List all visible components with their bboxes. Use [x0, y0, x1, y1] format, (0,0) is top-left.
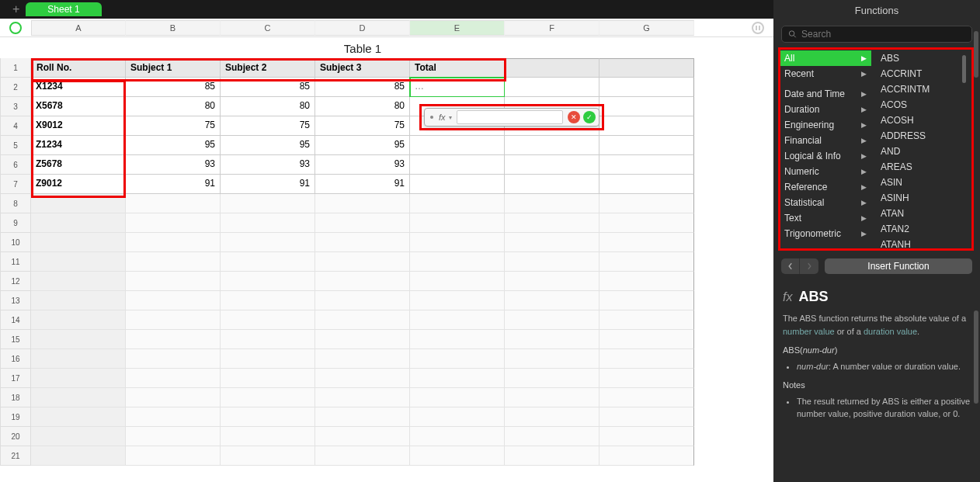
cell-c9[interactable] — [221, 213, 315, 233]
cell-d2[interactable]: 85 — [315, 78, 410, 97]
function-acosh[interactable]: ACOSH — [874, 113, 966, 128]
cell-b18[interactable] — [126, 388, 221, 407]
cell-a14[interactable] — [31, 310, 126, 330]
cell-a10[interactable] — [31, 233, 126, 252]
cell-c3[interactable]: 80 — [221, 97, 315, 116]
cell-g20[interactable] — [599, 427, 694, 446]
cell-c19[interactable] — [221, 407, 315, 427]
function-atan[interactable]: ATAN — [874, 206, 966, 221]
row-add-handle[interactable] — [0, 22, 31, 34]
cell-g10[interactable] — [599, 233, 694, 252]
cell-e17[interactable] — [410, 369, 505, 388]
category-logical[interactable]: Logical & Info▶ — [780, 148, 871, 164]
row-header-7[interactable]: 7 — [0, 175, 31, 194]
cell-g21[interactable] — [599, 446, 694, 466]
cell-g2[interactable] — [599, 78, 694, 97]
row-header-13[interactable]: 13 — [0, 291, 31, 310]
cell-e14[interactable] — [410, 310, 505, 330]
duration-value-link[interactable]: duration value — [864, 327, 917, 336]
row-header-15[interactable]: 15 — [0, 330, 31, 349]
row-header-16[interactable]: 16 — [0, 349, 31, 369]
drag-dot-icon[interactable] — [430, 116, 433, 119]
cell-b11[interactable] — [126, 252, 221, 272]
col-add-handle[interactable] — [742, 22, 773, 34]
cell-b20[interactable] — [126, 427, 221, 446]
col-header-f[interactable]: F — [505, 20, 599, 36]
row-header-5[interactable]: 5 — [0, 136, 31, 155]
row-header-18[interactable]: 18 — [0, 388, 31, 407]
cell-b16[interactable] — [126, 349, 221, 369]
sidebar-scrollbar[interactable] — [974, 31, 978, 78]
cell-g17[interactable] — [599, 369, 694, 388]
function-areas[interactable]: AREAS — [874, 159, 966, 175]
cell-e7[interactable] — [410, 175, 505, 194]
cell-g3[interactable] — [599, 97, 694, 116]
row-header-19[interactable]: 19 — [0, 407, 31, 427]
cell-b10[interactable] — [126, 233, 221, 252]
function-address[interactable]: ADDRESS — [874, 128, 966, 144]
cell-d19[interactable] — [315, 407, 410, 427]
row-header-21[interactable]: 21 — [0, 446, 31, 466]
cell-d5[interactable]: 95 — [315, 136, 410, 155]
cell-f5[interactable] — [505, 136, 599, 155]
cell-c12[interactable] — [221, 272, 315, 291]
function-asinh[interactable]: ASINH — [874, 190, 966, 206]
cell-b5[interactable]: 95 — [126, 136, 221, 155]
row-header-12[interactable]: 12 — [0, 272, 31, 291]
formula-confirm-button[interactable]: ✓ — [583, 111, 596, 123]
row-header-4[interactable]: 4 — [0, 116, 31, 136]
cell-f8[interactable] — [505, 194, 599, 213]
cell-e11[interactable] — [410, 252, 505, 272]
cell-b3[interactable]: 80 — [126, 97, 221, 116]
cell-g1[interactable] — [599, 58, 694, 78]
cell-d17[interactable] — [315, 369, 410, 388]
nav-back-button[interactable] — [781, 258, 800, 274]
cell-c6[interactable]: 93 — [221, 155, 315, 175]
cell-g13[interactable] — [599, 291, 694, 310]
cell-c2[interactable]: 85 — [221, 78, 315, 97]
cell-d1[interactable]: Subject 3 — [315, 58, 410, 78]
row-header-10[interactable]: 10 — [0, 233, 31, 252]
cell-g16[interactable] — [599, 349, 694, 369]
cell-b21[interactable] — [126, 446, 221, 466]
category-duration[interactable]: Duration▶ — [780, 102, 871, 117]
cell-g18[interactable] — [599, 388, 694, 407]
cell-b14[interactable] — [126, 310, 221, 330]
cell-c7[interactable]: 91 — [221, 175, 315, 194]
table-title[interactable]: Table 1 — [31, 37, 694, 58]
row-header-17[interactable]: 17 — [0, 369, 31, 388]
cell-b7[interactable]: 91 — [126, 175, 221, 194]
sidebar-scrollbar-2[interactable] — [974, 310, 978, 404]
cell-d12[interactable] — [315, 272, 410, 291]
row-header-20[interactable]: 20 — [0, 427, 31, 446]
row-header-8[interactable]: 8 — [0, 194, 31, 213]
category-statistical[interactable]: Statistical▶ — [780, 195, 871, 210]
category-financial[interactable]: Financial▶ — [780, 133, 871, 148]
cell-a19[interactable] — [31, 407, 126, 427]
cell-d13[interactable] — [315, 291, 410, 310]
cell-f11[interactable] — [505, 252, 599, 272]
cell-a7[interactable]: Z9012 — [31, 175, 126, 194]
cell-d15[interactable] — [315, 330, 410, 349]
category-reference[interactable]: Reference▶ — [780, 179, 871, 195]
cell-b19[interactable] — [126, 407, 221, 427]
cell-f9[interactable] — [505, 213, 599, 233]
cell-f14[interactable] — [505, 310, 599, 330]
cell-a1[interactable]: Roll No. — [31, 58, 126, 78]
cell-b4[interactable]: 75 — [126, 116, 221, 136]
cell-d6[interactable]: 93 — [315, 155, 410, 175]
function-search[interactable] — [781, 26, 972, 43]
cell-g5[interactable] — [599, 136, 694, 155]
cell-f17[interactable] — [505, 369, 599, 388]
function-atan2[interactable]: ATAN2 — [874, 221, 966, 237]
cell-g14[interactable] — [599, 310, 694, 330]
cell-f6[interactable] — [505, 155, 599, 175]
cell-c15[interactable] — [221, 330, 315, 349]
cell-c20[interactable] — [221, 427, 315, 446]
function-and[interactable]: AND — [874, 144, 966, 159]
cell-c13[interactable] — [221, 291, 315, 310]
category-datetime[interactable]: Date and Time▶ — [780, 86, 871, 102]
cell-e12[interactable] — [410, 272, 505, 291]
cell-d10[interactable] — [315, 233, 410, 252]
col-header-b[interactable]: B — [126, 20, 221, 36]
